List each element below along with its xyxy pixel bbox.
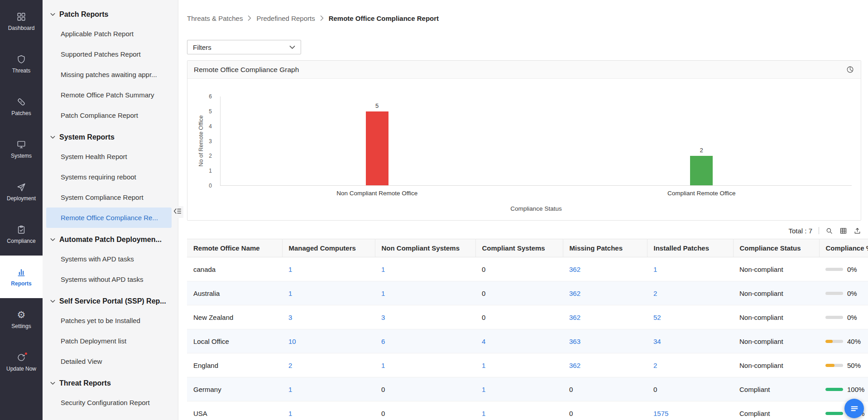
nav-item-dashboard[interactable]: Dashboard xyxy=(0,0,43,43)
installed-patches-link[interactable]: 2 xyxy=(653,290,657,297)
non-compliant-systems-link[interactable]: 1 xyxy=(381,266,385,273)
sidebar-item-systems-requiring-reboot[interactable]: Systems requiring reboot xyxy=(46,167,172,187)
table-row: England 2 1 1 362 2 Non-compliant 50% xyxy=(187,353,868,377)
nav-item-reports[interactable]: Reports xyxy=(0,256,43,298)
nav-item-patches[interactable]: Patches xyxy=(0,85,43,128)
managed-computers-link[interactable]: 1 xyxy=(288,290,292,297)
compliance-status-value: Non-compliant xyxy=(739,290,783,297)
sidebar-item-missing-patches-awaiting-approval[interactable]: Missing patches awaiting appr... xyxy=(46,64,172,85)
sidebar-item-system-compliance-report[interactable]: System Compliance Report xyxy=(46,187,172,208)
sidebar-group-apd: Automate Patch Deploymen... Systems with… xyxy=(43,228,178,290)
nav-item-systems[interactable]: Systems xyxy=(0,128,43,170)
bar-chart: No of Remote Office 0 1 2 3 4 5 6 5 2 xyxy=(187,79,861,220)
missing-patches-value: 0 xyxy=(569,386,573,393)
compliance-status-value: Non-compliant xyxy=(739,362,783,369)
search-icon[interactable] xyxy=(825,227,833,235)
non-compliant-systems-link[interactable]: 3 xyxy=(381,314,385,321)
nav-item-threats[interactable]: Threats xyxy=(0,43,43,85)
nav-label: Dashboard xyxy=(8,25,35,31)
group-header-patch-reports[interactable]: Patch Reports xyxy=(43,3,178,24)
cell-office-name: canada xyxy=(187,257,282,281)
non-compliant-systems-link[interactable]: 6 xyxy=(381,338,385,345)
sidebar-group-ssp: Self Service Portal (SSP) Rep... Patches… xyxy=(43,290,178,372)
sidebar-item-supported-patches-report[interactable]: Supported Patches Report xyxy=(46,44,172,64)
sidebar-item-detailed-view[interactable]: Detailed View xyxy=(46,351,172,372)
main-content: Threats & Patches Predefined Reports Rem… xyxy=(178,0,868,420)
chat-widget-button[interactable] xyxy=(844,399,864,418)
compliant-systems-link[interactable]: 4 xyxy=(482,338,485,345)
cell-office-name: USA xyxy=(187,401,282,420)
nav-label: Settings xyxy=(11,323,31,329)
non-compliant-systems-link[interactable]: 1 xyxy=(381,290,385,297)
group-title: System Reports xyxy=(59,133,115,141)
managed-computers-link[interactable]: 1 xyxy=(288,266,292,273)
group-header-system-reports[interactable]: System Reports xyxy=(43,126,178,146)
y-axis-ticks: 0 1 2 3 4 5 6 xyxy=(187,97,216,186)
group-title: Automate Patch Deploymen... xyxy=(59,236,162,244)
sidebar-collapse-button[interactable] xyxy=(172,206,183,218)
bar-compliant-rect[interactable] xyxy=(690,156,713,185)
sidebar-item-patch-deployment-list[interactable]: Patch Deployment list xyxy=(46,331,172,351)
missing-patches-link[interactable]: 362 xyxy=(569,362,580,369)
group-title: Threat Reports xyxy=(59,379,111,387)
nav-item-update-now[interactable]: Update Now xyxy=(0,341,43,383)
chevron-down-icon xyxy=(50,381,55,385)
breadcrumb-current-page: Remote Office Compliance Report xyxy=(329,14,439,22)
managed-computers-link[interactable]: 3 xyxy=(288,314,292,321)
export-icon[interactable] xyxy=(854,227,861,235)
installed-patches-link[interactable]: 1575 xyxy=(653,410,668,417)
sidebar-item-applicable-patch-report[interactable]: Applicable Patch Report xyxy=(46,24,172,44)
update-refresh-icon xyxy=(16,352,26,362)
chevron-down-icon xyxy=(50,13,55,16)
update-badge xyxy=(24,352,28,356)
non-compliant-systems-link[interactable]: 1 xyxy=(381,362,385,369)
compliant-systems-link[interactable]: 1 xyxy=(482,386,485,393)
missing-patches-link[interactable]: 362 xyxy=(569,266,580,273)
pie-chart-toggle-icon[interactable] xyxy=(846,65,854,74)
breadcrumb-threats-patches[interactable]: Threats & Patches xyxy=(187,14,243,22)
nav-item-settings[interactable]: ⚙ Settings xyxy=(0,298,43,341)
chevron-down-icon xyxy=(50,135,55,139)
breadcrumb-predefined-reports[interactable]: Predefined Reports xyxy=(256,14,315,22)
sidebar-item-systems-without-apd-tasks[interactable]: Systems without APD tasks xyxy=(46,269,172,290)
bar-value-label: 5 xyxy=(375,102,379,109)
sidebar-item-patch-compliance-report[interactable]: Patch Compliance Report xyxy=(46,105,172,126)
group-header-apd[interactable]: Automate Patch Deploymen... xyxy=(43,228,178,249)
sidebar-item-remote-office-compliance-report[interactable]: Remote Office Compliance Re... xyxy=(46,208,172,228)
chevron-right-icon xyxy=(248,15,251,21)
patches-icon xyxy=(16,97,26,107)
compliance-status-value: Compliant xyxy=(739,386,770,393)
compliant-systems-link[interactable]: 1 xyxy=(482,410,485,417)
reports-sidebar: Patch Reports Applicable Patch Report Su… xyxy=(43,0,178,420)
breadcrumb: Threats & Patches Predefined Reports Rem… xyxy=(187,14,868,23)
compliant-systems-link[interactable]: 1 xyxy=(482,362,485,369)
nav-item-compliance[interactable]: Compliance xyxy=(0,213,43,256)
filters-dropdown[interactable]: Filters xyxy=(187,40,301,54)
nav-label: Update Now xyxy=(6,366,36,372)
non-compliant-systems-value: 0 xyxy=(381,386,385,393)
y-axis-tick: 6 xyxy=(209,94,212,99)
missing-patches-link[interactable]: 363 xyxy=(569,338,580,345)
nav-item-deployment[interactable]: Deployment xyxy=(0,170,43,213)
managed-computers-link[interactable]: 2 xyxy=(288,362,292,369)
sidebar-item-system-health-report[interactable]: System Health Report xyxy=(46,146,172,167)
bar-non-compliant-rect[interactable] xyxy=(366,111,388,185)
missing-patches-link[interactable]: 362 xyxy=(569,290,580,297)
sidebar-item-patches-yet-to-be-installed[interactable]: Patches yet to be Installed xyxy=(46,310,172,331)
sidebar-item-remote-office-patch-summary[interactable]: Remote Office Patch Summary xyxy=(46,85,172,105)
sidebar-item-security-configuration-report[interactable]: Security Configuration Report xyxy=(46,392,172,413)
managed-computers-link[interactable]: 10 xyxy=(288,338,296,345)
sidebar-group-patch-reports: Patch Reports Applicable Patch Report Su… xyxy=(43,3,178,126)
col-compliant-systems: Compliant Systems xyxy=(475,239,563,257)
table-view-icon[interactable] xyxy=(839,227,847,235)
group-header-ssp[interactable]: Self Service Portal (SSP) Rep... xyxy=(43,290,178,310)
installed-patches-link[interactable]: 34 xyxy=(653,338,661,345)
group-header-threat-reports[interactable]: Threat Reports xyxy=(43,372,178,392)
installed-patches-link[interactable]: 2 xyxy=(653,362,657,369)
missing-patches-link[interactable]: 362 xyxy=(569,314,580,321)
sidebar-item-systems-with-apd-tasks[interactable]: Systems with APD tasks xyxy=(46,249,172,269)
installed-patches-link[interactable]: 1 xyxy=(653,266,657,273)
managed-computers-link[interactable]: 1 xyxy=(288,410,292,417)
managed-computers-link[interactable]: 1 xyxy=(288,386,292,393)
installed-patches-link[interactable]: 52 xyxy=(653,314,661,321)
